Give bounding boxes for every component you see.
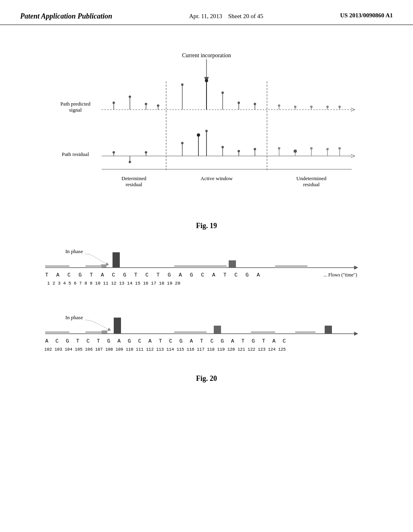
publication-date: Apr. 11, 2013 <box>189 13 222 19</box>
undetermined-residual-label1: Undetermined <box>296 175 327 181</box>
pps-dot9 <box>278 104 280 107</box>
pps-dot5 <box>181 83 184 86</box>
noise2e <box>295 331 315 334</box>
flow-chart2-svg: In phase <box>33 310 380 367</box>
numbers2: 102 103 104 105 106 107 108 109 110 111 … <box>44 347 286 352</box>
pr-dot8 <box>238 150 240 152</box>
pps-dot10 <box>294 106 296 108</box>
pr-dot9 <box>254 148 256 150</box>
noise2a <box>45 331 69 334</box>
flow-chart1-svg: In phase <box>33 244 380 297</box>
fig20-container: In phase <box>33 244 380 383</box>
current-incorporation-label: Current incorporation <box>182 52 231 58</box>
page-header: Patent Application Publication Apr. 11, … <box>0 0 413 25</box>
pps-dot4 <box>157 104 159 107</box>
pr-dot7 <box>221 146 224 148</box>
sheet-info: Sheet 20 of 45 <box>228 13 263 19</box>
flow-chart2: In phase <box>33 310 380 368</box>
determined-residual-label2: residual <box>125 181 142 187</box>
fig19-diagram: Current incorporation Path predicted sig… <box>33 45 380 218</box>
in-phase-arrow1 <box>86 254 108 264</box>
fig19-label: Fig. 19 <box>24 222 389 230</box>
header-center: Apr. 11, 2013 Sheet 20 of 45 <box>189 12 263 21</box>
pr-arrow1 <box>351 154 355 156</box>
in-phase-label2: In phase <box>65 314 83 320</box>
pr-dot12 <box>310 147 313 150</box>
noise1a <box>45 265 69 268</box>
pr-arrow2 <box>351 156 355 158</box>
noise2c <box>174 331 206 334</box>
pr-dot1 <box>113 151 115 154</box>
pps-dot-ci <box>205 79 208 82</box>
pr-dot11 <box>294 150 297 153</box>
pr-dot4 <box>181 142 184 144</box>
letters1: T A C G T A C G T C T G A G C A T C G A <box>45 272 262 278</box>
pr-dot13 <box>326 148 329 150</box>
pr-dot6 <box>205 130 208 132</box>
bar4-chart2 <box>102 330 107 334</box>
pps-dot12 <box>326 106 329 108</box>
noise2d <box>251 331 275 334</box>
pps-dot11 <box>310 106 313 108</box>
letters2: A C G T C T G A G C A T C G A T C G A T … <box>45 338 288 344</box>
patent-number: US 2013/0090860 A1 <box>340 12 393 19</box>
in-phase-arrow2 <box>86 320 110 330</box>
pps-dot1 <box>113 102 115 104</box>
path-residual-label: Path residual <box>62 151 89 157</box>
path-predicted-label1: Path predicted <box>60 101 91 107</box>
pps-dot6 <box>221 91 224 94</box>
bar1-chart2 <box>114 318 121 334</box>
baseline2-arrow <box>354 332 358 336</box>
flows-label1: ... Flows ("time") <box>323 272 357 278</box>
noise2b <box>86 331 102 334</box>
pps-dot7 <box>238 102 240 104</box>
pps-dot2 <box>129 96 131 98</box>
bar2-chart1 <box>229 260 236 268</box>
baseline1-arrow <box>354 266 358 270</box>
path-predicted-label2: signal <box>69 107 81 113</box>
pr-dot3 <box>145 151 147 154</box>
fig20-label: Fig. 20 <box>33 374 380 383</box>
publication-title: Patent Application Publication <box>20 12 112 21</box>
pr-dot5 <box>197 133 200 137</box>
noise1b <box>86 265 102 268</box>
page-content: Current incorporation Path predicted sig… <box>0 25 413 391</box>
bar3-chart2 <box>325 326 332 334</box>
noise1d <box>275 265 307 268</box>
pps-arrow1 <box>351 108 355 110</box>
pps-dot13 <box>338 106 341 108</box>
pps-dot3 <box>145 103 147 105</box>
pr-dot2 <box>129 161 131 163</box>
active-window-label: Active window <box>200 175 233 181</box>
determined-residual-label1: Determined <box>121 175 146 181</box>
noise1c <box>174 265 227 268</box>
flow-chart1: In phase <box>33 244 380 298</box>
bar1-chart1 <box>113 252 120 268</box>
numbers1: 1 2 3 4 5 6 7 8 9 10 11 12 13 14 15 16 1… <box>47 281 180 286</box>
pr-dot10 <box>278 147 280 150</box>
pps-dot8 <box>254 103 256 105</box>
in-phase-label1: In phase <box>65 248 83 254</box>
pps-arrow2 <box>351 110 355 111</box>
bar3-chart1 <box>101 264 106 268</box>
fig19-svg: Current incorporation Path predicted sig… <box>33 45 380 214</box>
bar2-chart2 <box>214 326 221 334</box>
in-phase-arrowhead2 <box>107 328 111 331</box>
undetermined-residual-label2: residual <box>303 181 320 187</box>
pr-dot14 <box>338 147 341 150</box>
